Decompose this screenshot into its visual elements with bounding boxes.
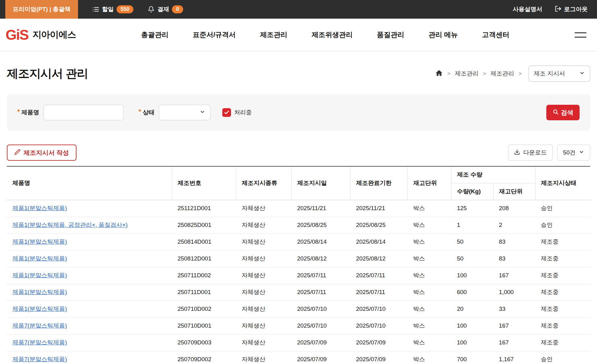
cell-stock-unit: 박스 (408, 351, 451, 364)
cell-due-date: 2025/07/10 (350, 317, 408, 334)
cell-stock-unit: 박스 (408, 233, 451, 250)
logout-button[interactable]: 로그아웃 (555, 5, 588, 14)
breadcrumb-select-value: 제조 지시서 (534, 70, 565, 78)
cell-order-date: 2025/07/09 (291, 334, 350, 351)
download-button[interactable]: 다운로드 (508, 145, 553, 161)
cell-type: 자체생산 (236, 351, 291, 364)
cell-product: 제품1(분말스틱제품) (7, 301, 172, 317)
cell-qty-kg: 100 (451, 267, 493, 284)
cell-qty-stock: 2 (493, 217, 535, 233)
logo[interactable]: GiS 지아이에스 (6, 26, 76, 43)
cell-status: 제조중 (535, 233, 590, 250)
cell-order-date: 2025/08/14 (291, 233, 350, 250)
cell-type: 자체생산 (236, 217, 291, 233)
cell-mfg-no: 250814D001 (172, 233, 236, 250)
cell-type: 자체생산 (236, 267, 291, 284)
todo-label: 할일 (102, 5, 114, 13)
main-nav: 총괄관리 표준서/규격서 제조관리 제조위생관리 품질관리 관리 메뉴 고객센터 (76, 30, 575, 39)
nav-item-standards[interactable]: 표준서/규격서 (193, 30, 236, 39)
home-icon[interactable] (435, 69, 443, 78)
logo-mark: GiS (6, 26, 28, 43)
product-name-input[interactable] (44, 105, 124, 120)
download-icon (514, 149, 520, 157)
cell-stock-unit: 박스 (408, 301, 451, 317)
product-link[interactable]: 제품1(분말스틱제품) (12, 238, 67, 245)
cell-product: 제품1(분말스틱제품) (7, 267, 172, 284)
nav-item-hygiene[interactable]: 제조위생관리 (312, 30, 353, 39)
cell-status: 제조중 (535, 301, 590, 317)
table-row: 제품1(분말스틱제품)250711D002자체생산2025/07/112025/… (7, 267, 590, 284)
table-row: 제품1(분말스틱제품)250812D001자체생산2025/08/122025/… (7, 250, 590, 267)
cell-stock-unit: 박스 (408, 267, 451, 284)
cell-qty-stock: 167 (493, 317, 535, 334)
nav-item-quality[interactable]: 품질관리 (377, 30, 404, 39)
nav-item-customer-center[interactable]: 고객센터 (482, 30, 509, 39)
toolbar: 제조지시서 작성 다운로드 50건 (7, 145, 590, 161)
cell-qty-kg: 20 (451, 301, 493, 317)
nav-item-admin-menu[interactable]: 관리 메뉴 (428, 30, 458, 39)
cell-status: 승인 (535, 200, 590, 217)
nav-item-general[interactable]: 총괄관리 (141, 30, 169, 39)
cell-product: 제품7(분말스틱제품) (7, 317, 172, 334)
product-link[interactable]: 제품1(분말스틱제품) (12, 205, 67, 211)
cell-qty-kg: 700 (451, 351, 493, 364)
cell-type: 자체생산 (236, 284, 291, 301)
create-instruction-button[interactable]: 제조지시서 작성 (7, 145, 76, 161)
page-size-select[interactable]: 50건 (557, 145, 590, 161)
todo-button[interactable]: 할일 550 (92, 5, 133, 13)
product-link[interactable]: 제품7(분말스틱제품) (12, 339, 67, 346)
col-header-product: 제품명 (7, 166, 172, 200)
cell-product: 제품7(분말스틱제품) (7, 351, 172, 364)
cell-qty-kg: 1 (451, 217, 493, 233)
cell-order-date: 2025/07/10 (291, 317, 350, 334)
cell-due-date: 2025/07/10 (350, 301, 408, 317)
breadcrumb-separator: > (483, 71, 486, 77)
cell-product: 제품7(분말스틱제품) (7, 334, 172, 351)
processing-checkbox-label: 처리중 (234, 108, 252, 117)
cell-order-date: 2025/08/12 (291, 250, 350, 267)
cell-product: 제품1(분말스틱제품) (7, 284, 172, 301)
cell-stock-unit: 박스 (408, 284, 451, 301)
table-row: 제품1(분말스틱제품)250814D001자체생산2025/08/142025/… (7, 233, 590, 250)
processing-checkbox[interactable] (222, 108, 231, 117)
cell-qty-kg: 50 (451, 250, 493, 267)
cell-stock-unit: 박스 (408, 250, 451, 267)
product-link[interactable]: 제품7(분말스틱제품) (12, 322, 67, 329)
cell-status: 승인 (535, 351, 590, 364)
breadcrumb-item-2[interactable]: 제조관리 (490, 70, 514, 78)
product-link[interactable]: 제품1(분말스틱제품) (12, 255, 67, 262)
col-header-qty-kg: 수량(Kg) (451, 183, 493, 200)
header: GiS 지아이에스 총괄관리 표준서/규격서 제조관리 제조위생관리 품질관리 … (0, 19, 597, 51)
cell-stock-unit: 박스 (408, 317, 451, 334)
status-select[interactable] (159, 105, 211, 120)
cell-type: 자체생산 (236, 334, 291, 351)
cell-qty-stock: 33 (493, 301, 535, 317)
chevron-down-icon (579, 149, 584, 156)
cell-order-date: 2025/07/11 (291, 284, 350, 301)
status-label: 상태 (139, 108, 155, 117)
col-header-stock-unit: 재고단위 (408, 166, 451, 200)
bell-icon (148, 6, 155, 13)
approval-button[interactable]: 결재 0 (148, 5, 183, 13)
logout-icon (555, 5, 562, 14)
product-link[interactable]: 제품1(분말스틱제품) (12, 289, 67, 295)
cell-due-date: 2025/08/12 (350, 250, 408, 267)
manual-link[interactable]: 사용설명서 (513, 5, 542, 13)
product-link[interactable]: 제품7(분말스틱제품) (12, 356, 67, 362)
cell-due-date: 2025/08/14 (350, 233, 408, 250)
product-link[interactable]: 제품1(분말스틱제품) (12, 272, 67, 279)
nav-item-manufacturing[interactable]: 제조관리 (260, 30, 287, 39)
cell-order-date: 2025/07/10 (291, 301, 350, 317)
product-link[interactable]: 제품1(분말스틱제품, 공정관리×, 품질검사×) (12, 222, 128, 228)
cell-mfg-no: 250711D001 (172, 284, 236, 301)
product-link[interactable]: 제품1(분말스틱제품) (12, 306, 67, 312)
breadcrumb-item-1[interactable]: 제조관리 (455, 70, 479, 78)
cell-mfg-no: 250710D002 (172, 301, 236, 317)
cell-product: 제품1(분말스틱제품) (7, 250, 172, 267)
search-button[interactable]: 검색 (546, 105, 580, 120)
col-header-qty-group: 제조 수량 (451, 166, 535, 183)
breadcrumb: > 제조관리 > 제조관리 > 제조 지시서 (435, 66, 590, 82)
hamburger-menu-icon[interactable] (575, 32, 586, 38)
premium-button[interactable]: 프리미엄(PT) | 총괄책 (5, 0, 78, 19)
breadcrumb-page-select[interactable]: 제조 지시서 (529, 66, 590, 82)
